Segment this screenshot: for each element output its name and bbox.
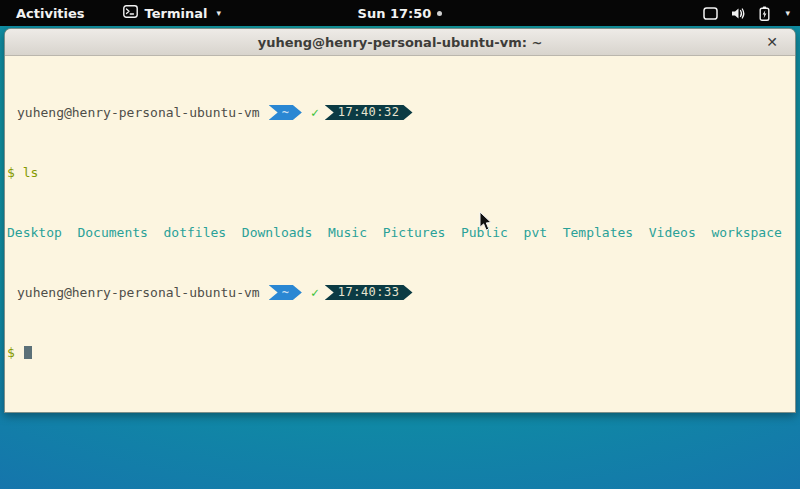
system-status-area[interactable]: ▾: [703, 0, 790, 26]
notification-dot: [437, 11, 442, 16]
current-input-line: $: [7, 345, 793, 360]
clock-container: Sun 17:50: [0, 0, 800, 26]
activities-button[interactable]: Activities: [10, 4, 91, 23]
chevron-down-icon: ▾: [216, 8, 221, 18]
window-titlebar[interactable]: yuheng@henry-personal-ubuntu-vm: ~ ✕: [5, 29, 795, 56]
prompt-status-check-icon: ✓: [311, 105, 319, 120]
close-icon[interactable]: ✕: [763, 33, 781, 51]
prompt-time-segment: 17:40:32: [325, 105, 413, 120]
prompt-status-check-icon: ✓: [311, 285, 319, 300]
prompt-symbol: $: [7, 345, 15, 360]
command-line: $ ls: [7, 165, 793, 180]
display-icon: [703, 7, 718, 20]
app-menu-terminal[interactable]: Terminal ▾: [123, 5, 221, 21]
typed-command: ls: [23, 165, 39, 180]
prompt-line-2: yuheng@henry-personal-ubuntu-vm~✓17:40:3…: [7, 285, 793, 300]
terminal-cursor: [24, 346, 32, 359]
clock-button[interactable]: Sun 17:50: [358, 6, 443, 21]
battery-charging-icon: [759, 6, 770, 21]
terminal-icon: [123, 5, 138, 21]
app-menu-label: Terminal: [145, 6, 208, 21]
clock-label: Sun 17:50: [358, 6, 432, 21]
prompt-user-host: yuheng@henry-personal-ubuntu-vm: [7, 105, 260, 120]
prompt-time-segment: 17:40:33: [325, 285, 413, 300]
prompt-user-host: yuheng@henry-personal-ubuntu-vm: [7, 285, 260, 300]
volume-icon: [731, 7, 746, 20]
prompt-cwd-segment: ~: [269, 285, 302, 300]
top-bar: Activities Terminal ▾ Sun 17:50: [0, 0, 800, 26]
prompt-line-1: yuheng@henry-personal-ubuntu-vm~✓17:40:3…: [7, 105, 793, 120]
terminal-content[interactable]: yuheng@henry-personal-ubuntu-vm~✓17:40:3…: [5, 57, 795, 412]
ls-output-line: Desktop Documents dotfiles Downloads Mus…: [7, 225, 793, 240]
window-title: yuheng@henry-personal-ubuntu-vm: ~: [258, 35, 543, 50]
prompt-cwd-segment: ~: [269, 105, 302, 120]
prompt-symbol: $: [7, 165, 15, 180]
chevron-down-icon: ▾: [785, 8, 790, 18]
terminal-window: yuheng@henry-personal-ubuntu-vm: ~ ✕ yuh…: [4, 28, 796, 413]
